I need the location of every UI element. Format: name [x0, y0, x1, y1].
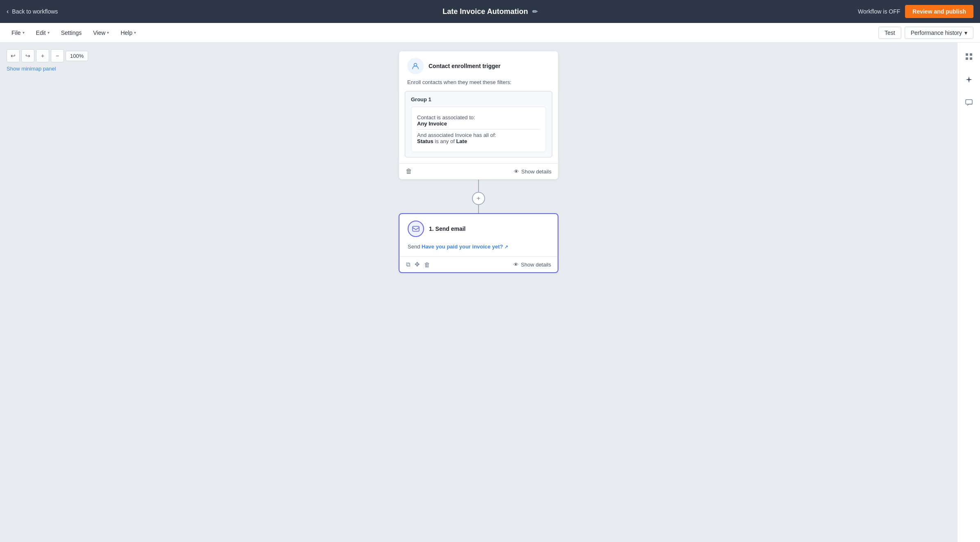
review-publish-button[interactable]: Review and publish: [905, 5, 973, 18]
top-nav-right: Workflow is OFF Review and publish: [858, 5, 973, 18]
eye-icon: 👁: [514, 169, 519, 175]
action-body-prefix: Send: [408, 244, 420, 250]
group-label: Group 1: [411, 96, 546, 102]
trigger-card-header: Contact enrollment trigger: [399, 51, 558, 79]
add-icon: +: [476, 195, 480, 202]
svg-rect-5: [970, 57, 972, 60]
chat-icon-button[interactable]: [962, 95, 976, 110]
filter-row-1-text: Contact is associated to:: [417, 114, 475, 121]
perf-history-chevron-icon: ▾: [964, 30, 967, 36]
edit-chevron-icon: ▾: [48, 30, 50, 35]
help-menu[interactable]: Help ▾: [116, 27, 141, 39]
file-menu[interactable]: File ▾: [7, 27, 29, 39]
trigger-icon: [407, 58, 424, 74]
action-footer-icons: ⧉ ✥ 🗑: [406, 261, 430, 268]
edit-menu[interactable]: Edit ▾: [31, 27, 54, 39]
trigger-card-footer: 🗑 👁 Show details: [399, 163, 558, 179]
undo-button[interactable]: ↩: [7, 49, 20, 62]
chevron-left-icon: ‹: [7, 8, 9, 15]
email-link[interactable]: Have you paid your invoice yet? ↗: [422, 244, 508, 250]
svg-rect-1: [413, 226, 419, 231]
performance-history-button[interactable]: Performance history ▾: [905, 27, 973, 39]
action-card-footer: ⧉ ✥ 🗑 👁 Show details: [399, 256, 558, 272]
secondary-nav-right: Test Performance history ▾: [878, 27, 973, 39]
connector-line-top: [478, 180, 479, 192]
action-card-header: 1. Send email: [399, 214, 558, 242]
undo-icon: ↩: [11, 52, 16, 59]
menu-items: File ▾ Edit ▾ Settings View ▾ Help ▾: [7, 27, 141, 39]
filter-row-1: Contact is associated to: Any Invoice: [417, 112, 540, 130]
zoom-level-display: 100%: [66, 51, 88, 61]
connector: +: [472, 180, 485, 213]
canvas-area: ↩ ↪ + − 100% Show minimap panel Contact: [0, 43, 980, 542]
view-menu[interactable]: View ▾: [88, 27, 114, 39]
file-chevron-icon: ▾: [23, 30, 25, 35]
action-card: 1. Send email Send Have you paid your in…: [399, 213, 558, 273]
trigger-filters: Group 1 Contact is associated to: Any In…: [405, 91, 552, 157]
canvas-toolbar: ↩ ↪ + − 100%: [7, 49, 88, 62]
trigger-show-details-button[interactable]: 👁 Show details: [514, 169, 551, 175]
svg-rect-4: [966, 57, 968, 60]
test-button[interactable]: Test: [878, 27, 901, 39]
filter-row-1-value: Any Invoice: [417, 121, 447, 127]
external-link-icon: ↗: [504, 244, 508, 249]
filter-row-2-mid: is any of: [435, 138, 456, 144]
grid-icon-button[interactable]: [962, 49, 976, 64]
settings-menu[interactable]: Settings: [56, 27, 87, 39]
trigger-subtitle: Enroll contacts when they meet these fil…: [399, 79, 558, 91]
filter-row-2-prefix: And associated Invoice has all of:: [417, 132, 496, 138]
edit-title-icon[interactable]: ✏: [532, 8, 538, 16]
view-chevron-icon: ▾: [107, 30, 109, 35]
redo-button[interactable]: ↪: [21, 49, 34, 62]
action-body: Send Have you paid your invoice yet? ↗: [399, 242, 558, 256]
svg-rect-6: [966, 100, 972, 104]
workflow-title-area: Late Invoice Automation ✏: [442, 7, 537, 16]
workflow-title: Late Invoice Automation: [442, 7, 528, 16]
filter-row-2-value: Late: [456, 138, 467, 144]
sparkle-icon-button[interactable]: [962, 72, 976, 87]
trigger-card: Contact enrollment trigger Enroll contac…: [399, 51, 558, 180]
copy-icon[interactable]: ⧉: [406, 261, 411, 268]
svg-rect-3: [970, 53, 972, 56]
right-sidebar: [957, 43, 980, 542]
action-show-details-button[interactable]: 👁 Show details: [513, 262, 551, 268]
filter-row-2: And associated Invoice has all of: Statu…: [417, 130, 540, 147]
zoom-out-icon: −: [56, 52, 59, 59]
trigger-title: Contact enrollment trigger: [429, 63, 501, 69]
workflow-status: Workflow is OFF: [858, 8, 900, 15]
help-chevron-icon: ▾: [134, 30, 136, 35]
action-icon: [408, 221, 424, 237]
svg-rect-2: [966, 53, 968, 56]
connector-line-bottom: [478, 205, 479, 213]
secondary-nav: File ▾ Edit ▾ Settings View ▾ Help ▾ Tes…: [0, 23, 980, 43]
top-nav: ‹ Back to workflows Late Invoice Automat…: [0, 0, 980, 23]
action-trash-icon[interactable]: 🗑: [424, 261, 430, 268]
filter-row-2-status: Status: [417, 138, 433, 144]
workflow-canvas: Contact enrollment trigger Enroll contac…: [0, 43, 957, 542]
trash-icon[interactable]: 🗑: [406, 168, 412, 175]
add-step-button[interactable]: +: [472, 192, 485, 205]
back-to-workflows[interactable]: ‹ Back to workflows: [7, 8, 58, 15]
action-title: 1. Send email: [429, 225, 465, 232]
redo-icon: ↪: [25, 52, 30, 59]
zoom-in-icon: +: [41, 52, 44, 59]
filter-box: Contact is associated to: Any Invoice An…: [411, 107, 546, 152]
action-eye-icon: 👁: [513, 262, 519, 268]
zoom-in-button[interactable]: +: [36, 49, 49, 62]
zoom-out-button[interactable]: −: [51, 49, 64, 62]
back-label: Back to workflows: [12, 8, 58, 15]
move-icon[interactable]: ✥: [415, 261, 420, 268]
